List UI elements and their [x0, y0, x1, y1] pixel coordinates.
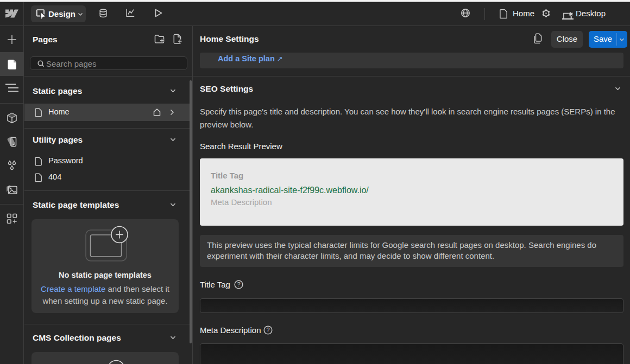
svg-text:?: ? [266, 327, 269, 333]
svg-text:?: ? [237, 281, 240, 288]
